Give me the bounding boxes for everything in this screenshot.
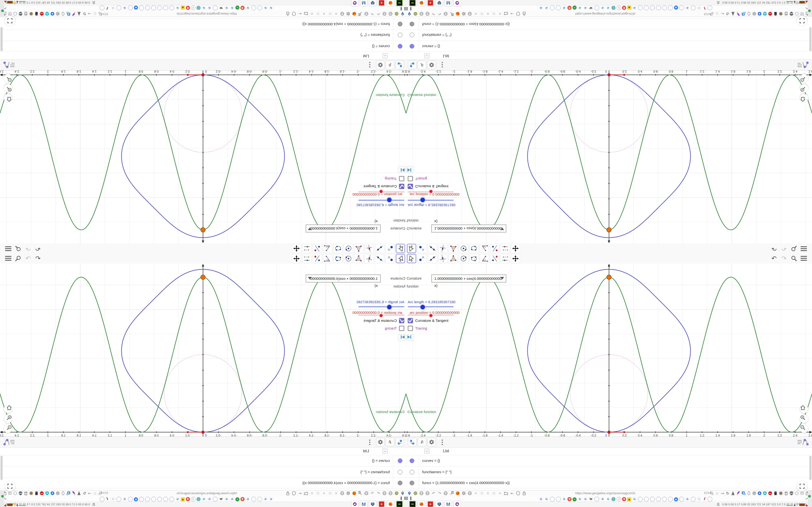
tracing-checkbox[interactable]	[408, 326, 413, 331]
arc-start-point[interactable]	[202, 431, 204, 434]
lock-icon[interactable]	[522, 491, 526, 496]
undo-button[interactable]: ↶	[770, 245, 778, 252]
curve-top-point[interactable]	[607, 228, 611, 232]
folder-icon[interactable]	[304, 11, 308, 16]
star-icon[interactable]: ☆	[93, 11, 97, 16]
main-menu-button[interactable]	[800, 255, 808, 262]
a-translate-icon[interactable]: A	[709, 491, 714, 496]
plus-circle-icon[interactable]	[757, 11, 762, 16]
globe-icon[interactable]	[382, 491, 387, 496]
tool-conic[interactable]	[334, 244, 343, 253]
idm-shield-icon[interactable]	[762, 491, 767, 496]
zoom-in-button[interactable]	[800, 84, 808, 92]
algebra-scrollbar[interactable]	[809, 456, 812, 480]
bin-icon[interactable]: 1	[784, 491, 789, 496]
tool-conic[interactable]	[469, 254, 478, 263]
url-text[interactable]: https://www.geogebra.org/classic/aagcxh3…	[575, 491, 636, 495]
network-icon[interactable]	[29, 11, 34, 16]
algebra-row-curves[interactable]: curves = {}	[0, 455, 406, 466]
download-icon[interactable]	[77, 491, 82, 496]
zoom-out-button[interactable]	[4, 74, 12, 82]
record-icon[interactable]: ICE	[768, 491, 773, 496]
globe-icon[interactable]	[388, 491, 393, 496]
toggle-off-icon[interactable]	[492, 491, 496, 496]
redo-button[interactable]: ↷	[24, 245, 32, 252]
home-button[interactable]	[800, 405, 808, 413]
taskbar-app-red-gear[interactable]: ✶	[427, 501, 434, 507]
algebra-row-funcs[interactable]: funcs = {1.000000000000 + cos(4.00000000…	[0, 477, 406, 489]
toggle-off-icon[interactable]	[316, 491, 320, 496]
shield-icon[interactable]	[516, 11, 520, 16]
search-button[interactable]	[790, 255, 798, 262]
collapse-list-button[interactable]: −	[383, 53, 388, 58]
idm-shield-icon[interactable]	[45, 11, 50, 16]
left-arrow-icon[interactable]: ←	[298, 491, 302, 496]
fullscreen-button[interactable]	[797, 481, 807, 491]
plus-circle-icon[interactable]	[50, 491, 55, 496]
tool-circle[interactable]	[344, 244, 353, 253]
globe-icon[interactable]	[419, 491, 424, 496]
gear-icon[interactable]	[752, 491, 757, 496]
undo-button[interactable]: ↶	[770, 255, 778, 262]
collapse-list-button[interactable]: −	[424, 53, 429, 58]
plus-circle-icon[interactable]	[50, 11, 55, 16]
graphics-view[interactable]: -2.6-2.4-2.2-2-1.8-1.6-1.4-1.2-1-0.8-0.6…	[406, 70, 812, 243]
ud-shield-icon[interactable]: UD	[789, 11, 794, 16]
translate-blue-icon[interactable]: Aa	[741, 11, 746, 16]
star-icon[interactable]: ☆	[715, 11, 719, 16]
tree-view-button[interactable]	[408, 61, 417, 69]
algebra-scrollbar[interactable]	[809, 27, 812, 51]
curve-top-point[interactable]	[201, 228, 205, 232]
fullscreen-button[interactable]	[5, 16, 15, 26]
shield-icon[interactable]	[292, 491, 296, 496]
toggle-on-icon[interactable]	[498, 11, 502, 16]
undo-button[interactable]: ↶	[34, 245, 42, 252]
olive-icon[interactable]	[394, 11, 399, 16]
gear-icon[interactable]	[55, 491, 60, 496]
algebra-row-curves[interactable]: curves = {}	[406, 41, 812, 52]
function-dropdown[interactable]: 1.000000000000 + cos(4.000000000000 x)	[432, 275, 506, 282]
record-icon[interactable]: ICE	[39, 11, 44, 16]
browser-scrollbar[interactable]	[0, 490, 4, 507]
collapse-list-button[interactable]: −	[424, 449, 429, 454]
algebra-row-curves[interactable]: curves = {}	[406, 455, 812, 466]
taskbar-app-terminal[interactable]	[396, 501, 403, 507]
tool-perpendicular[interactable]	[365, 254, 374, 263]
ud-shield-icon[interactable]: UD	[18, 491, 23, 496]
algebra-row-funcNames[interactable]: funcNames = {" "}	[0, 466, 406, 477]
a-translate-icon[interactable]: A	[98, 491, 103, 496]
search-button[interactable]	[790, 245, 798, 252]
arc-start-point[interactable]	[202, 74, 204, 76]
toggle-on-icon[interactable]	[310, 491, 314, 496]
visibility-marble[interactable]	[398, 22, 402, 26]
globe-icon[interactable]	[340, 491, 345, 496]
star-icon[interactable]: ☆	[93, 491, 97, 496]
browser-scrollbar[interactable]	[0, 0, 4, 17]
tool-line[interactable]	[428, 254, 437, 263]
algebra-row-funcNames[interactable]: funcNames = {" "}	[406, 466, 812, 477]
right-arrow-icon[interactable]: →	[720, 491, 725, 496]
browser-scrollbar[interactable]	[808, 490, 812, 507]
arc-position-slider[interactable]	[408, 192, 454, 192]
folder-icon[interactable]	[504, 11, 508, 16]
reload-icon[interactable]: ↻	[82, 11, 87, 16]
tool-line[interactable]	[375, 254, 384, 263]
firefox-icon[interactable]	[455, 11, 460, 16]
toggle-off-icon[interactable]	[328, 491, 333, 496]
oval-icon[interactable]	[61, 11, 65, 16]
network-icon[interactable]	[778, 491, 783, 496]
fx-button[interactable]: fx	[386, 438, 394, 446]
olive-icon[interactable]	[413, 491, 418, 496]
toggle-on-icon[interactable]	[322, 11, 326, 16]
step-forward-button[interactable]	[398, 334, 406, 341]
visibility-marble[interactable]	[398, 470, 402, 474]
taskbar-app-floppy-64[interactable]: 64	[445, 501, 452, 507]
bin-icon[interactable]: 1	[23, 11, 28, 16]
taskbar-app-monitor[interactable]	[369, 0, 376, 6]
taskbar-app-monitor[interactable]	[436, 0, 443, 6]
lock-icon[interactable]	[522, 11, 526, 16]
lock-icon[interactable]	[286, 11, 290, 16]
tree-view-button[interactable]	[408, 438, 417, 446]
taskbar-app-mask[interactable]	[351, 501, 358, 507]
star-icon[interactable]: ☆	[715, 491, 719, 496]
